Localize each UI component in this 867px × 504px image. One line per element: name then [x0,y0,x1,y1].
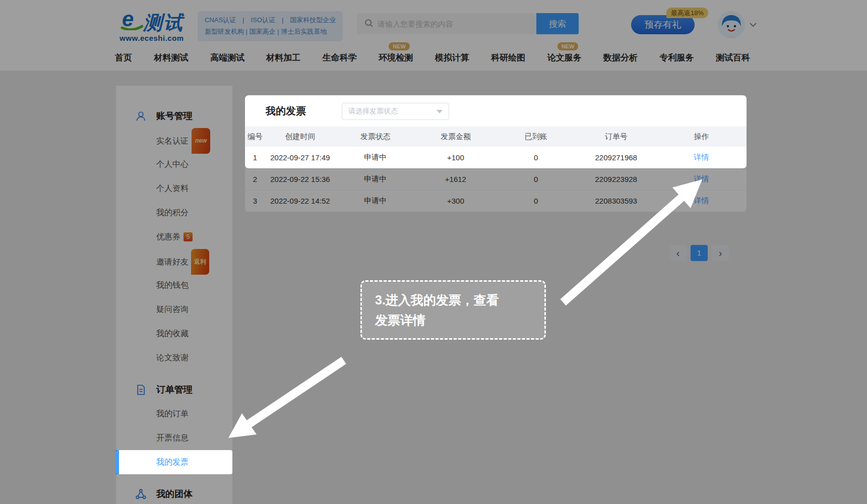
pagination-next-button[interactable]: › [712,245,729,261]
sidebar-section-orders[interactable]: 订单管理 [116,377,232,402]
header: e 测试 www.eceshi.com CNAS认证 | ISO认证 | 国家科… [0,0,867,71]
col-action: 操作 [656,127,747,147]
search-box[interactable] [357,13,536,34]
pagination-page-1[interactable]: 1 [691,245,708,261]
search-input[interactable] [378,20,529,28]
nav-item-material-test[interactable]: 材料测试 [154,52,188,64]
status-badge: 申请中 [335,190,415,212]
main-nav: 首页 材料测试 高端测试 材料加工 生命科学 环境检测NEW 模拟计算 科研绘图… [115,48,750,67]
search-icon [364,18,374,30]
document-icon [135,384,147,396]
tooltip-line-1: 3.进入我的发票，查看 [375,290,531,310]
user-icon [135,110,147,122]
nav-item-highend-test[interactable]: 高端测试 [210,52,244,64]
certifications-badge: CNAS认证 | ISO认证 | 国家科技型企业 新型研发机构 | 国家高企 |… [198,11,343,41]
site-logo[interactable]: e 测试 www.eceshi.com [114,8,190,42]
nav-item-home[interactable]: 首页 [115,52,132,64]
nav-item-data-analysis[interactable]: 数据分析 [603,52,638,64]
sidebar: 账号管理 实名认证new 个人中心 个人资料 我的积分 优惠券5 邀请好友返利 … [116,86,232,504]
invoice-status-select[interactable]: 请选择发票状态 [342,103,449,120]
col-order-no: 订单号 [576,127,656,147]
sidebar-item-my-favorites[interactable]: 我的收藏 [116,322,232,346]
logo-url: www.eceshi.com [114,34,190,42]
svg-text:e: e [122,8,134,30]
nav-item-patent-service[interactable]: 专利服务 [660,52,694,64]
sidebar-item-coupons[interactable]: 优惠券5 [116,225,232,249]
search-bar: 搜索 [357,13,579,34]
chevron-down-icon[interactable] [750,20,757,29]
col-created: 创建时间 [265,127,335,147]
detail-link[interactable]: 详情 [694,174,709,183]
sidebar-item-my-invoices[interactable]: 我的发票 [116,450,232,474]
pagination-prev-button[interactable]: ‹ [669,245,687,261]
nav-item-scientific-drawing[interactable]: 科研绘图 [491,52,525,64]
status-badge: 申请中 [335,168,415,190]
sidebar-item-my-points[interactable]: 我的积分 [116,201,232,225]
col-status: 发票状态 [335,127,415,147]
sidebar-section-account[interactable]: 账号管理 [116,104,232,128]
table-header-row: 编号 创建时间 发票状态 发票金额 已到账 订单号 操作 [245,127,747,147]
coupon-count-badge: 5 [183,232,193,241]
col-received: 已到账 [496,127,576,147]
sidebar-item-realname-auth[interactable]: 实名认证new [116,128,232,152]
invoices-table: 编号 创建时间 发票状态 发票金额 已到账 订单号 操作 1 2022-09-2… [245,127,747,212]
promo-rebate-badge: 最高返18% [666,8,708,18]
avatar[interactable] [718,11,745,38]
table-row: 3 2022-09-22 14:52 申请中 +300 0 2208303593… [245,190,747,212]
nav-item-environment-test[interactable]: 环境检测NEW [379,52,413,64]
logo-text: 测试 [143,13,183,32]
sidebar-item-question-consult[interactable]: 疑问咨询 [116,297,232,322]
page: e 测试 www.eceshi.com CNAS认证 | ISO认证 | 国家科… [0,0,867,504]
team-network-icon [135,488,147,500]
sidebar-item-personal-profile[interactable]: 个人资料 [116,176,232,201]
sidebar-item-invoicing-info[interactable]: 开票信息 [116,426,232,450]
nav-item-paper-service[interactable]: 论文服务NEW [547,52,582,64]
card-header: 我的发票 请选择发票状态 [245,95,747,127]
table-row: 1 2022-09-27 17:49 申请中 +100 0 2209271968… [245,147,747,168]
sidebar-item-personal-center[interactable]: 个人中心 [116,152,232,176]
nav-item-material-processing[interactable]: 材料加工 [266,52,300,64]
logo-e-icon: e [120,8,143,32]
page-title: 我的发票 [266,95,306,127]
tooltip-line-2: 发票详情 [375,310,531,330]
status-badge: 申请中 [335,147,415,168]
search-button[interactable]: 搜索 [536,13,579,34]
sidebar-item-my-wallet[interactable]: 我的钱包 [116,273,232,297]
col-id: 编号 [245,127,265,147]
new-badge: new [192,128,210,154]
sidebar-item-my-orders[interactable]: 我的订单 [116,402,232,426]
detail-link[interactable]: 详情 [694,196,709,205]
pagination: ‹ 1 › [669,245,729,261]
detail-link[interactable]: 详情 [694,153,709,161]
invoices-card: 我的发票 请选择发票状态 编号 创建时间 发票状态 发票金额 已到账 订单号 操… [245,95,747,212]
sidebar-item-invite-friends[interactable]: 邀请好友返利 [116,249,232,273]
col-amount: 发票金额 [415,127,496,147]
select-caret-icon [437,110,443,113]
nav-item-test-wiki[interactable]: 测试百科 [716,52,750,64]
cert-line-1: CNAS认证 | ISO认证 | 国家科技型企业 [205,15,336,26]
new-badge: NEW [558,42,579,50]
nav-item-simulation[interactable]: 模拟计算 [435,52,469,64]
cert-line-2: 新型研发机构 | 国家高企 | 博士后实践基地 [205,26,336,38]
sidebar-item-paper-acknowledgement[interactable]: 论文致谢 [116,346,232,370]
select-placeholder: 请选择发票状态 [348,107,437,116]
rebate-badge: 返利 [191,249,209,275]
nav-item-life-science[interactable]: 生命科学 [323,52,357,64]
annotation-tooltip: 3.进入我的发票，查看 发票详情 [360,280,546,340]
new-badge: NEW [389,42,410,50]
table-row: 2 2022-09-22 15:36 申请中 +1612 0 220922392… [245,168,747,190]
sidebar-section-my-groups[interactable]: 我的团体 [116,482,232,504]
